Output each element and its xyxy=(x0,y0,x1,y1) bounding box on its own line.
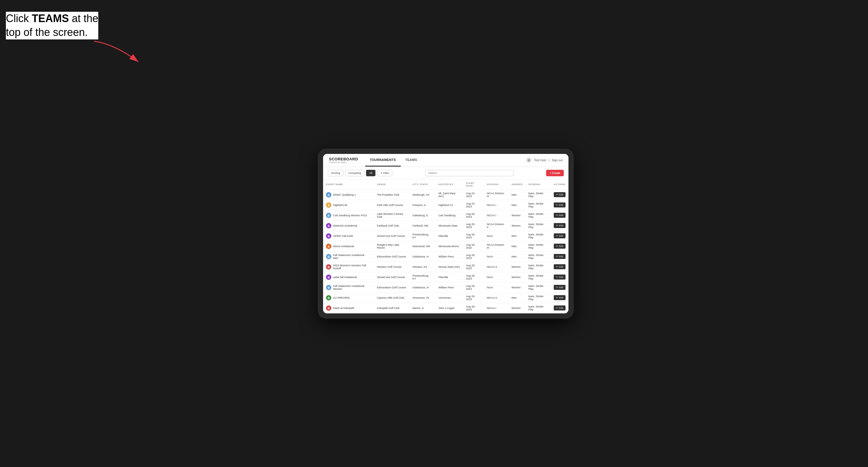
table-row: Maverick Invitational Faribault Golf Clu… xyxy=(323,220,568,231)
cell-actions-9: ✏ Edit xyxy=(551,282,568,292)
cell-city-0: Newburgh, NY xyxy=(410,189,435,200)
edit-pencil-icon: ✏ xyxy=(556,193,558,196)
col-gender: GENDER xyxy=(508,180,525,190)
sign-out-link[interactable]: Sign out xyxy=(552,159,563,162)
edit-button-6[interactable]: ✏ Edit xyxy=(554,254,565,259)
cell-start-date-2: Aug 26, 2023 xyxy=(463,210,484,220)
cell-city-5: Deerwood, MN xyxy=(410,241,435,251)
cell-start-date-4: Aug 28, 2023 xyxy=(463,231,484,241)
edit-pencil-icon: ✏ xyxy=(556,204,558,206)
nav-right: ⚙ Test User | Sign out xyxy=(526,157,563,163)
cell-hosted-by-6: William Penn xyxy=(435,251,463,261)
tab-tournaments[interactable]: TOURNAMENTS xyxy=(365,154,401,167)
cell-actions-5: ✏ Edit xyxy=(551,241,568,251)
nav-bar: SCOREBOARD Powered by clippit TOURNAMENT… xyxy=(323,154,568,167)
cell-venue-7: Hesston Golf Course xyxy=(374,261,410,272)
cell-hosted-by-3: Minnesota State xyxy=(435,220,463,231)
cell-division-4: NAIA xyxy=(484,231,508,241)
settings-icon[interactable]: ⚙ xyxy=(526,157,531,163)
create-button[interactable]: + Create xyxy=(546,170,564,176)
cell-start-date-1: Aug 25, 2023 xyxy=(463,200,484,210)
content-area: Hosting Competing All ≡ Filter + Create xyxy=(323,167,568,313)
svg-point-4 xyxy=(328,225,329,226)
filter-button[interactable]: ≡ Filter xyxy=(377,170,392,176)
event-icon-0 xyxy=(326,192,331,197)
cell-venue-0: The Powelton Club xyxy=(374,189,410,200)
edit-button-4[interactable]: ✏ Edit xyxy=(554,234,565,238)
event-icon-4 xyxy=(326,234,331,239)
table-header: EVENT NAME VENUE CITY, STATE HOSTED BY S… xyxy=(323,180,568,190)
cell-division-0: NCAA Division III xyxy=(484,189,508,200)
tablet-frame: SCOREBOARD Powered by clippit TOURNAMENT… xyxy=(318,149,574,319)
cell-hosted-by-9: William Penn xyxy=(435,282,463,292)
app-logo-sub: Powered by clippit xyxy=(329,161,358,163)
cell-gender-2: Women xyxy=(508,210,525,220)
cell-event-name-1: Highland 36 xyxy=(323,200,374,210)
edit-button-8[interactable]: ✏ Edit xyxy=(554,275,565,280)
tournaments-table: EVENT NAME VENUE CITY, STATE HOSTED BY S… xyxy=(323,180,568,313)
edit-button-0[interactable]: ✏ Edit xyxy=(554,192,565,197)
table-body: MSMC Qualifying 1 The Powelton Club Newb… xyxy=(323,189,568,313)
tab-teams[interactable]: TEAMS xyxy=(401,154,422,167)
hosting-filter-button[interactable]: Hosting xyxy=(328,170,343,176)
cell-gender-9: Women xyxy=(508,282,525,292)
edit-button-5[interactable]: ✏ Edit xyxy=(554,244,565,249)
edit-button-3[interactable]: ✏ Edit xyxy=(554,223,565,228)
nav-separator: | xyxy=(549,159,550,162)
search-box xyxy=(394,170,544,176)
cell-event-name-6: Fall Statesmen Invitational - Men xyxy=(323,251,374,261)
cell-hosted-by-4: Pikeville xyxy=(435,231,463,241)
cell-venue-8: StoneCrest Golf Course xyxy=(374,272,410,282)
table-row: upike fall invitational StoneCrest Golf … xyxy=(323,272,568,282)
table-row: VU PREVIEW Cypress Hills Golf Club Vince… xyxy=(323,292,568,303)
svg-point-11 xyxy=(328,298,329,299)
event-icon-3 xyxy=(326,223,331,228)
edit-button-11[interactable]: ✏ Edit xyxy=(554,306,565,310)
edit-button-1[interactable]: ✏ Edit xyxy=(554,203,565,208)
edit-button-9[interactable]: ✏ Edit xyxy=(554,285,565,290)
cell-division-7: NICAA II xyxy=(484,261,508,272)
event-icon-7 xyxy=(326,264,331,270)
cell-start-date-6: Aug 28, 2023 xyxy=(463,251,484,261)
search-input[interactable] xyxy=(425,170,514,176)
cell-division-10: NICAA II xyxy=(484,292,508,303)
cell-city-6: Oskaloosa, IA xyxy=(410,251,435,261)
cell-scoring-4: team, Stroke Play xyxy=(526,231,551,241)
cell-event-name-2: Carl Sandburg Women FA23 xyxy=(323,210,374,220)
cell-hosted-by-1: Highland CC xyxy=(435,200,463,210)
edit-pencil-icon: ✏ xyxy=(556,276,558,278)
cell-gender-11: Women xyxy=(508,303,525,313)
cell-start-date-11: Aug 28, 2023 xyxy=(463,303,484,313)
cell-scoring-2: team, Stroke Play xyxy=(526,210,551,220)
cell-actions-10: ✏ Edit xyxy=(551,292,568,303)
edit-button-7[interactable]: ✏ Edit xyxy=(554,264,565,269)
cell-actions-11: ✏ Edit xyxy=(551,303,568,313)
edit-button-10[interactable]: ✏ Edit xyxy=(554,295,565,300)
cell-event-name-5: Morris Invitational xyxy=(323,241,374,251)
edit-button-2[interactable]: ✏ Edit xyxy=(554,213,565,218)
cell-actions-1: ✏ Edit xyxy=(551,200,568,210)
cell-scoring-6: team, Stroke Play xyxy=(526,251,551,261)
arrow-annotation xyxy=(91,38,150,69)
cell-scoring-9: team, Stroke Play xyxy=(526,282,551,292)
event-icon-2 xyxy=(326,213,331,218)
cell-gender-8: Women xyxy=(508,272,525,282)
cell-gender-3: Women xyxy=(508,220,525,231)
cell-start-date-9: Aug 28, 2023 xyxy=(463,282,484,292)
svg-point-2 xyxy=(328,205,329,206)
user-name: Test User xyxy=(534,159,546,162)
cell-division-6: NAIA xyxy=(484,251,508,261)
svg-point-7 xyxy=(328,256,329,257)
col-start-date: START DATE xyxy=(463,180,484,190)
cell-division-9: NAIA xyxy=(484,282,508,292)
cell-start-date-3: Aug 28, 2023 xyxy=(463,220,484,231)
cell-city-2: Galesburg, IL xyxy=(410,210,435,220)
cell-division-11: NICAA I xyxy=(484,303,508,313)
cell-division-3: NCAA Division II xyxy=(484,220,508,231)
competing-filter-button[interactable]: Competing xyxy=(345,170,365,176)
all-filter-button[interactable]: All xyxy=(366,170,375,176)
cell-city-3: Faribault, MN xyxy=(410,220,435,231)
svg-point-1 xyxy=(328,194,329,196)
table-row: Fall Statesmen Invitational - Women Edmu… xyxy=(323,282,568,292)
svg-point-12 xyxy=(328,308,329,309)
